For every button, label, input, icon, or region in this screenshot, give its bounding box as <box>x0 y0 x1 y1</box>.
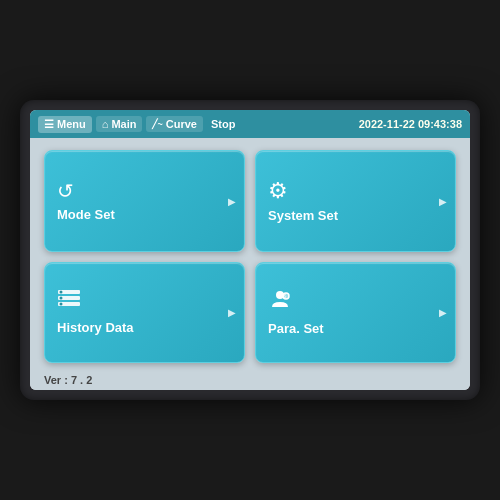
home-icon: ⌂ <box>102 118 109 130</box>
para-set-icon: $ <box>268 288 292 317</box>
system-set-label: System Set <box>268 208 338 223</box>
para-set-arrow: ▶ <box>439 307 447 318</box>
mode-set-arrow: ▶ <box>228 195 236 206</box>
nav-curve-label: Curve <box>166 118 197 130</box>
status-label: Stop <box>211 118 235 130</box>
system-set-button[interactable]: ⚙ System Set ▶ <box>255 150 456 252</box>
mode-set-button[interactable]: ↺ Mode Set ▶ <box>44 150 245 252</box>
svg-point-3 <box>60 291 63 294</box>
screen: ☰ Menu ⌂ Main ╱~ Curve Stop 2022-11-22 0… <box>30 110 470 390</box>
device-frame: ☰ Menu ⌂ Main ╱~ Curve Stop 2022-11-22 0… <box>20 100 480 400</box>
history-data-button[interactable]: History Data ▶ <box>44 262 245 364</box>
para-set-button[interactable]: $ Para. Set ▶ <box>255 262 456 364</box>
system-set-icon: ⚙ <box>268 178 288 204</box>
nav-menu[interactable]: ☰ Menu <box>38 116 92 133</box>
mode-set-label: Mode Set <box>57 207 115 222</box>
nav-menu-label: Menu <box>57 118 86 130</box>
history-data-arrow: ▶ <box>228 307 236 318</box>
menu-grid: ↺ Mode Set ▶ ⚙ System Set ▶ <box>30 138 470 371</box>
history-data-label: History Data <box>57 320 134 335</box>
nav-curve[interactable]: ╱~ Curve <box>146 116 202 132</box>
svg-point-5 <box>60 303 63 306</box>
system-set-arrow: ▶ <box>439 195 447 206</box>
version-text: Ver : 7 . 2 <box>44 374 92 386</box>
nav-main[interactable]: ⌂ Main <box>96 116 143 132</box>
version-bar: Ver : 7 . 2 <box>30 371 470 390</box>
history-data-icon <box>57 289 81 316</box>
curve-icon: ╱~ <box>152 119 162 129</box>
svg-point-4 <box>60 297 63 300</box>
nav-main-label: Main <box>111 118 136 130</box>
svg-text:$: $ <box>284 293 287 299</box>
datetime-label: 2022-11-22 09:43:38 <box>359 118 462 130</box>
navbar: ☰ Menu ⌂ Main ╱~ Curve Stop 2022-11-22 0… <box>30 110 470 138</box>
menu-icon: ☰ <box>44 118 54 131</box>
mode-set-icon: ↺ <box>57 179 74 203</box>
para-set-label: Para. Set <box>268 321 324 336</box>
